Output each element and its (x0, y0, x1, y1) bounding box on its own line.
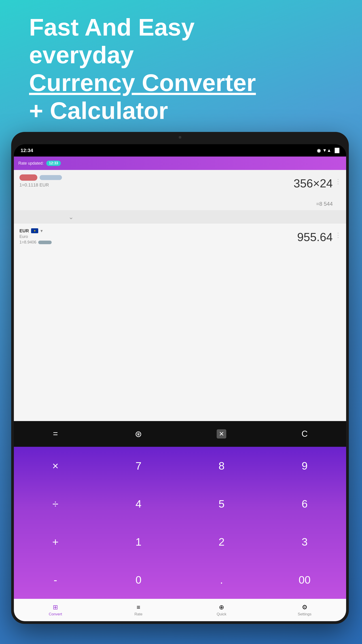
tablet-screen: 12:34 ◉ ▼▲ ▐█ Rate updated: 12:33 (14, 144, 346, 621)
screen-content: Rate updated: 12:33 1=0.1118 EUR 356×24 … (14, 156, 346, 621)
promo-header: Fast And Easy everyday Currency Converte… (29, 14, 275, 124)
num-3-button[interactable]: 3 (263, 523, 346, 561)
func-row: = ⊛ ✕ C (14, 421, 346, 447)
double-zero-button[interactable]: 00 (263, 561, 346, 599)
calculator-area: = ⊛ ✕ C × 7 8 9 (14, 421, 346, 599)
divide-button[interactable]: ÷ (14, 485, 97, 523)
num-row-3: + 1 2 3 (14, 523, 346, 561)
num-0-button[interactable]: 0 (97, 561, 180, 599)
clear-button[interactable]: C (263, 421, 346, 447)
app-header: Rate updated: 12:33 (14, 156, 346, 170)
status-time: 12:34 (20, 148, 33, 154)
eur-flag (31, 228, 38, 233)
top-sub-amount: =8 544 (316, 201, 333, 207)
rate-label: Rate updated: (18, 161, 44, 166)
top-flag-row (20, 174, 340, 181)
nav-quick[interactable]: ⊕ Quick (180, 604, 263, 616)
num-5-button[interactable]: 5 (180, 485, 263, 523)
swap-button[interactable]: ⌄ (65, 211, 76, 222)
status-icons: ◉ ▼▲ ▐█ (317, 148, 340, 153)
num-2-button[interactable]: 2 (180, 523, 263, 561)
battery-icon: ▐█ (333, 148, 340, 153)
subtract-button[interactable]: - (14, 561, 97, 599)
chevron-down-icon: ⌄ (68, 213, 74, 221)
settings-icon: ⚙ (302, 604, 308, 611)
num-8-button[interactable]: 8 (180, 447, 263, 485)
top-flag-alt (40, 175, 62, 180)
bottom-amount: 955.64 (297, 230, 333, 244)
rate-bar (38, 240, 52, 244)
wifi-icon: ▼▲ (322, 148, 331, 153)
percent-button[interactable]: ⊛ (97, 421, 180, 447)
num-7-button[interactable]: 7 (97, 447, 180, 485)
equals-button[interactable]: = (14, 421, 97, 447)
header-line2: Currency Converter (29, 69, 275, 96)
num-row-1: × 7 8 9 (14, 447, 346, 485)
eur-rate-row: 1=8.9406 (20, 240, 340, 245)
quick-icon: ⊕ (219, 604, 224, 611)
num-6-button[interactable]: 6 (263, 485, 346, 523)
top-flag (20, 174, 37, 181)
nav-settings[interactable]: ⚙ Settings (263, 604, 346, 616)
rate-time-badge: 12:33 (46, 160, 61, 166)
header-line1: Fast And Easy everyday (29, 14, 275, 69)
top-more-icon[interactable]: ⋮ (335, 178, 342, 185)
currency-area: 1=0.1118 EUR 356×24 =8 544 ⋮ ⌄ EUR (14, 170, 346, 421)
nav-quick-label: Quick (217, 612, 226, 616)
eur-rate: 1=8.9406 (20, 240, 36, 245)
num-row-4: - 0 . 00 (14, 561, 346, 599)
backspace-icon: ✕ (217, 429, 226, 438)
tablet-device: 12:34 ◉ ▼▲ ▐█ Rate updated: 12:33 (11, 132, 349, 624)
bottom-more-icon[interactable]: ⋮ (335, 232, 342, 239)
num-4-button[interactable]: 4 (97, 485, 180, 523)
multiply-button[interactable]: × (14, 447, 97, 485)
top-currency-row[interactable]: 1=0.1118 EUR 356×24 =8 544 ⋮ (14, 170, 346, 210)
bottom-currency-row[interactable]: EUR ▾ Euro 1=8.9406 955.64 ⋮ (14, 224, 346, 264)
num-section: × 7 8 9 ÷ 4 5 6 + 1 (14, 447, 346, 599)
dropdown-arrow-icon[interactable]: ▾ (40, 228, 43, 234)
top-amount: 356×24 (294, 177, 333, 190)
percent-icon: ⊛ (135, 429, 142, 439)
num-row-2: ÷ 4 5 6 (14, 485, 346, 523)
nav-rate[interactable]: ≡ Rate (97, 604, 180, 616)
status-bar: 12:34 ◉ ▼▲ ▐█ (14, 144, 346, 156)
nav-settings-label: Settings (298, 612, 312, 616)
nav-convert-label: Convert (49, 612, 62, 616)
eur-code: EUR (20, 228, 29, 234)
location-icon: ◉ (317, 148, 321, 153)
eur-name: Euro (20, 234, 340, 239)
bottom-nav: ⊞ Convert ≡ Rate ⊕ Quick ⚙ Settings (14, 599, 346, 621)
add-button[interactable]: + (14, 523, 97, 561)
top-exchange-rate: 1=0.1118 EUR (20, 182, 340, 188)
backspace-button[interactable]: ✕ (180, 421, 263, 447)
num-1-button[interactable]: 1 (97, 523, 180, 561)
decimal-button[interactable]: . (180, 561, 263, 599)
swap-area: ⌄ (14, 210, 346, 224)
convert-icon: ⊞ (53, 604, 58, 611)
rate-icon: ≡ (136, 604, 140, 611)
num-9-button[interactable]: 9 (263, 447, 346, 485)
header-line3: + Calculator (29, 97, 275, 124)
nav-convert[interactable]: ⊞ Convert (14, 604, 97, 616)
nav-rate-label: Rate (134, 612, 142, 616)
